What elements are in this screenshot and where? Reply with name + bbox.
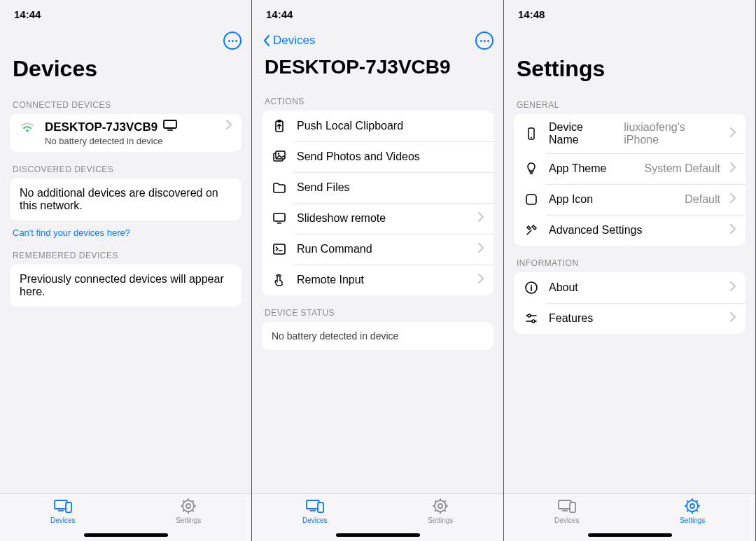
home-indicator[interactable] (84, 533, 168, 537)
svg-rect-7 (164, 120, 176, 128)
clipboard-up-icon (272, 118, 287, 134)
home-indicator[interactable] (336, 533, 420, 537)
tab-label: Devices (50, 517, 76, 524)
action-send-photos[interactable]: Send Photos and Videos (262, 141, 493, 172)
back-button[interactable]: Devices (262, 34, 315, 48)
actions-group: Push Local Clipboard Send Photos and Vid… (262, 111, 493, 295)
screen-device-detail: 14:44 Devices DESKTOP-7J3VCB9 ACTIONS Pu… (252, 0, 504, 541)
svg-line-20 (183, 510, 184, 512)
device-status-text: No battery detected in device (262, 322, 493, 350)
wifi-signal-icon (20, 120, 35, 135)
chevron-right-icon (730, 127, 736, 140)
svg-rect-39 (318, 503, 323, 512)
chevron-right-icon (730, 224, 736, 237)
phone-icon (524, 126, 539, 141)
tab-settings[interactable]: Settings (650, 498, 734, 524)
remembered-devices-group: Previously connected devices will appear… (10, 265, 241, 307)
setting-detail: System Default (645, 162, 720, 175)
svg-rect-61 (526, 195, 536, 204)
section-header-discovered: DISCOVERED DEVICES (0, 152, 251, 178)
svg-line-47 (444, 510, 446, 512)
tab-label: Devices (302, 517, 328, 524)
tab-label: Devices (554, 517, 580, 524)
tab-settings[interactable]: Settings (398, 498, 482, 524)
action-label: Run Command (297, 243, 468, 255)
setting-label: Device Name (549, 121, 614, 146)
tab-devices[interactable]: Devices (525, 498, 609, 524)
content-area: ACTIONS Push Local Clipboard Send Photos… (252, 84, 503, 493)
setting-advanced[interactable]: Advanced Settings (514, 215, 746, 246)
chevron-right-icon (730, 312, 736, 325)
screen-devices-list: 14:44 Devices CONNECTED DEVICES DESKTOP-… (0, 0, 252, 541)
content-area: GENERAL Device Name liuxiaofeng's iPhone… (504, 87, 755, 493)
devices-tab-icon (558, 498, 576, 515)
action-label: Push Local Clipboard (297, 120, 484, 132)
action-label: Remote Input (297, 274, 468, 286)
chevron-right-icon (730, 281, 736, 294)
status-time: 14:44 (14, 8, 41, 20)
tab-label: Settings (680, 517, 705, 524)
action-label: Send Photos and Videos (297, 150, 484, 163)
section-header-actions: ACTIONS (252, 91, 503, 111)
terminal-icon (272, 241, 287, 257)
section-header-general: GENERAL (504, 94, 755, 114)
connected-device-row[interactable]: DESKTOP-7J3VCB9 No battery detected in d… (10, 114, 241, 152)
setting-detail: Default (685, 193, 720, 206)
more-button[interactable] (475, 31, 493, 50)
svg-point-12 (183, 500, 194, 512)
section-header-status: DEVICE STATUS (252, 295, 503, 322)
chevron-right-icon (478, 274, 484, 286)
setting-app-icon[interactable]: App Icon Default (514, 184, 746, 215)
svg-line-21 (192, 500, 194, 502)
chevron-right-icon (730, 162, 736, 175)
discovered-devices-group: No additional devices are discovered on … (10, 178, 241, 220)
svg-line-79 (696, 510, 698, 512)
monitor-icon (163, 120, 177, 134)
action-label: Send Files (297, 181, 484, 194)
section-header-information: INFORMATION (504, 246, 755, 272)
more-button[interactable] (223, 31, 241, 50)
svg-line-18 (183, 500, 184, 502)
device-title: DESKTOP-7J3VCB9 (45, 120, 158, 134)
setting-detail: liuxiaofeng's iPhone (624, 121, 720, 146)
devices-tab-icon (54, 498, 72, 515)
setting-label: Advanced Settings (549, 224, 720, 237)
tab-devices[interactable]: Devices (21, 498, 105, 524)
status-time: 14:48 (518, 8, 545, 20)
back-label: Devices (273, 34, 315, 48)
svg-line-46 (435, 500, 436, 502)
svg-line-80 (687, 510, 688, 512)
setting-about[interactable]: About (514, 272, 746, 303)
svg-line-19 (192, 510, 194, 512)
action-slideshow-remote[interactable]: Slideshow remote (262, 203, 493, 234)
svg-rect-71 (570, 503, 575, 512)
tab-settings[interactable]: Settings (146, 498, 230, 524)
settings-tab-icon (179, 498, 197, 515)
setting-device-name[interactable]: Device Name liuxiaofeng's iPhone (514, 114, 746, 153)
information-group: About Features (514, 272, 746, 334)
svg-point-72 (687, 500, 698, 512)
discovery-help-link[interactable]: Can't find your devices here? (0, 220, 251, 238)
tab-devices[interactable]: Devices (273, 498, 357, 524)
chevron-right-icon (478, 243, 484, 255)
setting-label: App Icon (549, 193, 675, 206)
setting-app-theme[interactable]: App Theme System Default (514, 153, 746, 184)
device-status-group: No battery detected in device (262, 322, 493, 350)
page-title: Settings (504, 53, 755, 87)
screen-settings: 14:48 Settings GENERAL Device Name liuxi… (504, 0, 756, 541)
status-time: 14:44 (266, 8, 293, 20)
section-header-connected: CONNECTED DEVICES (0, 94, 251, 114)
home-indicator[interactable] (588, 533, 672, 537)
action-run-command[interactable]: Run Command (262, 234, 493, 265)
setting-features[interactable]: Features (514, 303, 746, 334)
settings-tab-icon (683, 498, 701, 515)
action-send-files[interactable]: Send Files (262, 172, 493, 203)
svg-point-68 (532, 320, 535, 323)
general-group: Device Name liuxiaofeng's iPhone App The… (514, 114, 746, 246)
action-remote-input[interactable]: Remote Input (262, 265, 493, 295)
page-title: Devices (0, 53, 251, 87)
chevron-right-icon (226, 120, 232, 132)
action-push-clipboard[interactable]: Push Local Clipboard (262, 111, 493, 141)
action-label: Slideshow remote (297, 212, 468, 225)
setting-label: Features (549, 312, 720, 325)
